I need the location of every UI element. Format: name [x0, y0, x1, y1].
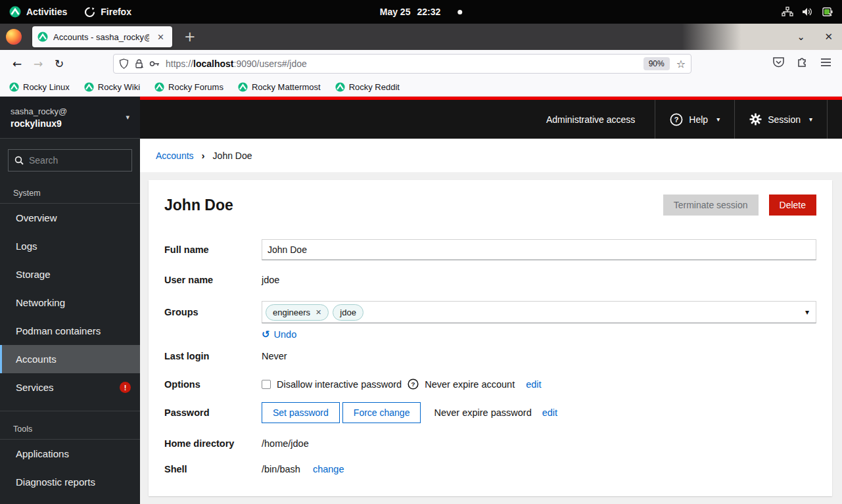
options-label: Options	[164, 379, 262, 390]
back-button[interactable]: ←	[7, 54, 28, 74]
bookmark-label: Rocky Reddit	[349, 82, 400, 92]
bookmark-rocky-linux[interactable]: Rocky Linux	[9, 82, 70, 92]
network-icon	[782, 7, 793, 17]
key-icon[interactable]	[149, 60, 160, 68]
sidebar-search[interactable]	[8, 149, 132, 172]
question-circle-icon[interactable]: ?	[408, 378, 419, 390]
pocket-icon[interactable]	[772, 57, 785, 71]
host-switcher[interactable]: sasha_rocky@ rockylinux9 ▾	[0, 97, 140, 139]
search-input[interactable]	[29, 155, 114, 166]
sidebar: sasha_rocky@ rockylinux9 ▾ System Overvi…	[0, 97, 140, 504]
group-chip-engineers: engineers ✕	[266, 304, 329, 321]
page-content: John Doe Terminate session Delete Full n…	[140, 172, 842, 504]
tab-close-icon[interactable]: ✕	[154, 32, 167, 43]
bookmark-star-icon[interactable]: ☆	[676, 58, 686, 70]
help-label: Help	[689, 114, 708, 125]
system-tray[interactable]	[782, 7, 834, 17]
reload-button[interactable]: ↻	[49, 54, 70, 74]
sidebar-item-label: Diagnostic reports	[16, 476, 95, 488]
sidebar-item-logs[interactable]: Logs	[0, 232, 140, 260]
url-prefix: https://	[166, 58, 193, 69]
services-alert-badge: !	[120, 382, 131, 393]
volume-icon	[801, 7, 813, 17]
sidebar-item-label: Podman containers	[16, 325, 101, 336]
clock-time: 22:32	[417, 7, 440, 17]
firefox-menu-button[interactable]: Firefox	[84, 7, 131, 18]
password-label: Password	[164, 407, 262, 418]
bookmark-rocky-wiki[interactable]: Rocky Wiki	[84, 82, 140, 92]
user-name-label: User name	[164, 275, 262, 285]
activities-button[interactable]: Activities	[9, 6, 67, 18]
sidebar-nav: System Overview Logs Storage Networking …	[0, 175, 140, 496]
window-close-icon[interactable]: ✕	[824, 31, 833, 43]
zoom-level-badge[interactable]: 90%	[643, 57, 670, 70]
delete-button[interactable]: Delete	[769, 195, 816, 216]
bookmarks-bar: Rocky Linux Rocky Wiki Rocky Forums Rock…	[0, 78, 842, 97]
home-directory-value: /home/jdoe	[262, 438, 816, 449]
sidebar-item-label: Storage	[16, 269, 51, 280]
combobox-caret-icon[interactable]: ▾	[805, 308, 809, 317]
gear-icon	[749, 113, 762, 126]
shell-path: /bin/bash	[262, 464, 300, 474]
sidebar-item-services[interactable]: Services !	[0, 373, 140, 401]
menu-icon[interactable]	[820, 58, 831, 70]
tab-favicon-rocky-icon	[37, 32, 48, 42]
last-login-value: Never	[262, 351, 816, 361]
sidebar-item-storage[interactable]: Storage	[0, 260, 140, 288]
rocky-favicon	[238, 82, 248, 92]
sidebar-item-accounts[interactable]: Accounts	[0, 345, 140, 373]
sidebar-item-label: Accounts	[16, 354, 57, 365]
shell-change-link[interactable]: change	[313, 464, 344, 474]
home-directory-label: Home directory	[164, 438, 262, 449]
groups-combobox[interactable]: engineers ✕ jdoe ▾	[262, 301, 816, 323]
sidebar-item-label: Overview	[16, 212, 57, 223]
firefox-nav-toolbar: ← → ↻ https://localhost:9090/users#/jdoe…	[0, 50, 842, 78]
chip-remove-icon[interactable]: ✕	[316, 308, 321, 317]
account-expiry-edit-link[interactable]: edit	[526, 379, 541, 390]
session-menu-button[interactable]: Session ▾	[734, 100, 827, 139]
shield-icon[interactable]	[119, 58, 129, 69]
never-expire-password-label: Never expire password	[434, 407, 531, 418]
chevron-down-icon: ▾	[716, 116, 720, 123]
terminate-session-button[interactable]: Terminate session	[663, 195, 759, 216]
help-icon: ?	[670, 113, 683, 126]
bookmark-rocky-mattermost[interactable]: Rocky Mattermost	[238, 82, 321, 92]
sidebar-item-diagnostic-reports[interactable]: Diagnostic reports	[0, 468, 140, 496]
full-name-input[interactable]	[262, 239, 816, 260]
password-expiry-edit-link[interactable]: edit	[542, 407, 557, 418]
sidebar-item-overview[interactable]: Overview	[0, 204, 140, 232]
chevron-down-icon: ▾	[809, 116, 812, 123]
chip-label: engineers	[273, 308, 310, 317]
firefox-icon	[84, 7, 95, 18]
force-change-button[interactable]: Force change	[342, 402, 421, 423]
browser-tab-accounts[interactable]: Accounts - sasha_rocky@ ✕	[32, 26, 172, 47]
new-tab-button[interactable]: +	[177, 29, 202, 45]
masthead: Administrative access ? Help ▾	[140, 97, 842, 139]
disallow-password-checkbox[interactable]	[262, 380, 271, 389]
undo-link[interactable]: Undo	[274, 329, 297, 340]
rocky-favicon	[154, 82, 164, 92]
help-menu-button[interactable]: ? Help ▾	[655, 100, 734, 139]
list-tabs-icon[interactable]: ⌄	[797, 32, 805, 42]
clock[interactable]: May 25 22:32	[380, 7, 463, 17]
bookmark-rocky-reddit[interactable]: Rocky Reddit	[335, 82, 400, 92]
sidebar-item-podman-containers[interactable]: Podman containers	[0, 317, 140, 345]
main-area: Administrative access ? Help ▾	[140, 97, 842, 504]
sidebar-item-label: Services	[16, 382, 54, 393]
bookmark-rocky-forums[interactable]: Rocky Forums	[154, 82, 223, 92]
session-label: Session	[768, 114, 801, 125]
forward-button[interactable]: →	[28, 54, 49, 74]
nav-section-system: System Overview Logs Storage Networking …	[0, 183, 140, 401]
undo-action[interactable]: ↺ Undo	[262, 329, 816, 340]
nav-section-title: System	[0, 183, 140, 203]
extensions-icon[interactable]	[797, 57, 808, 71]
url-bar[interactable]: https://localhost:9090/users#/jdoe 90% ☆	[113, 54, 691, 74]
admin-access-indicator[interactable]: Administrative access	[546, 100, 655, 139]
sidebar-item-applications[interactable]: Applications	[0, 440, 140, 468]
rocky-favicon	[335, 82, 345, 92]
breadcrumb-accounts-link[interactable]: Accounts	[156, 150, 194, 161]
sidebar-item-networking[interactable]: Networking	[0, 288, 140, 317]
lock-warning-icon[interactable]	[134, 58, 144, 69]
set-password-button[interactable]: Set password	[262, 402, 340, 423]
shell-label: Shell	[164, 464, 262, 474]
